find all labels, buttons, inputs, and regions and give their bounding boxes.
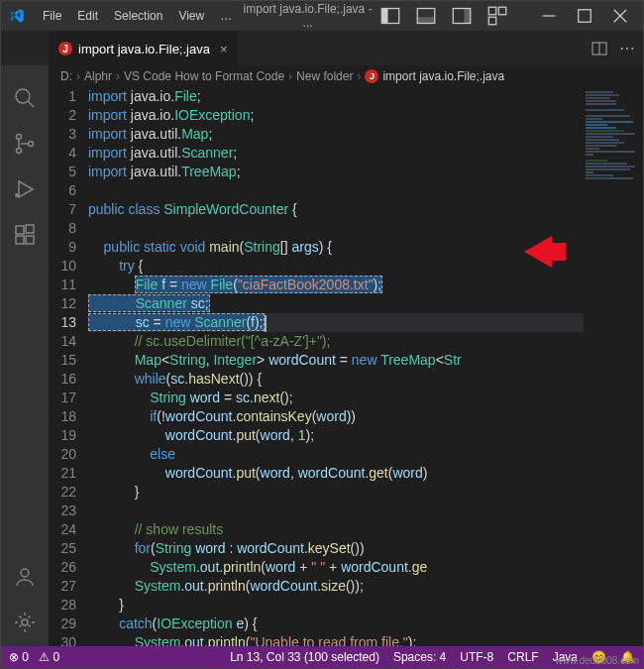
java-file-icon: J (58, 42, 72, 56)
tab-bar: J import java.io.File;.java × ⋯ (1, 31, 643, 65)
layout-left-icon[interactable] (376, 6, 405, 26)
svg-rect-21 (26, 236, 34, 244)
crumb[interactable]: New folder (296, 69, 353, 83)
svg-point-23 (21, 569, 29, 577)
menu-edit[interactable]: Edit (69, 5, 106, 27)
svg-point-16 (17, 149, 22, 154)
menu-file[interactable]: File (35, 5, 69, 27)
svg-line-14 (28, 101, 34, 107)
title-bar: File Edit Selection View … import java.i… (1, 1, 643, 31)
extensions-icon[interactable] (13, 223, 37, 247)
window-title: import java.io.File;.java - ... (240, 2, 376, 30)
editor[interactable]: 1234567891011121314151617181920212223242… (49, 87, 643, 646)
svg-rect-3 (417, 17, 435, 23)
vscode-logo-icon (9, 8, 25, 24)
annotation-arrow (524, 236, 552, 268)
svg-rect-19 (16, 226, 24, 234)
menu-view[interactable]: View (170, 5, 212, 27)
menu-selection[interactable]: Selection (106, 5, 170, 27)
crumb[interactable]: VS Code How to Format Code (124, 69, 284, 83)
maximize-button[interactable] (570, 6, 599, 26)
svg-rect-5 (465, 9, 471, 24)
svg-point-18 (15, 193, 19, 197)
layout-right-icon[interactable] (447, 6, 477, 26)
svg-rect-22 (26, 225, 34, 233)
activity-bar (1, 31, 49, 646)
java-file-icon: J (365, 69, 378, 83)
tab-close-icon[interactable]: × (220, 42, 228, 56)
layout-bottom-icon[interactable] (411, 6, 441, 26)
svg-rect-20 (16, 236, 24, 244)
crumb[interactable]: Alphr (84, 69, 112, 83)
status-eol[interactable]: CRLF (507, 650, 538, 664)
watermark: www.deu2008.com (556, 655, 640, 666)
svg-point-24 (22, 619, 28, 625)
status-bar: ⊗ 0 ⚠ 0 Ln 13, Col 33 (100 selected) Spa… (1, 646, 643, 668)
svg-rect-8 (488, 17, 496, 25)
status-encoding[interactable]: UTF-8 (460, 650, 493, 664)
code-area[interactable]: import java.io.File; import java.io.IOEx… (88, 87, 584, 646)
split-editor-icon[interactable] (591, 39, 607, 58)
minimap[interactable] (584, 87, 643, 646)
line-numbers: 1234567891011121314151617181920212223242… (49, 87, 88, 646)
svg-point-17 (29, 142, 34, 147)
breadcrumb[interactable]: D:› Alphr› VS Code How to Format Code› N… (1, 65, 643, 87)
svg-rect-1 (381, 9, 387, 24)
crumb[interactable]: import java.io.File;.java (382, 69, 504, 83)
svg-rect-7 (498, 7, 506, 15)
status-errors[interactable]: ⊗ 0 (9, 650, 29, 664)
svg-point-15 (17, 135, 22, 140)
editor-tab[interactable]: J import java.io.File;.java × (49, 31, 238, 65)
status-warnings[interactable]: ⚠ 0 (39, 650, 59, 664)
svg-rect-6 (488, 7, 496, 15)
crumb[interactable]: D: (60, 69, 72, 83)
menu-more[interactable]: … (212, 5, 240, 27)
more-actions-icon[interactable]: ⋯ (619, 39, 635, 58)
minimize-button[interactable] (534, 6, 564, 26)
tab-label: import java.io.File;.java (78, 42, 210, 56)
svg-rect-10 (579, 10, 591, 23)
close-button[interactable] (605, 6, 635, 26)
svg-point-13 (16, 89, 30, 103)
layout-customize-icon[interactable] (483, 6, 512, 26)
run-debug-icon[interactable] (13, 177, 37, 201)
menu-bar: File Edit Selection View … (35, 5, 240, 27)
accounts-icon[interactable] (13, 565, 37, 589)
search-icon[interactable] (13, 86, 37, 110)
status-cursor-position[interactable]: Ln 13, Col 33 (100 selected) (230, 650, 379, 664)
status-indentation[interactable]: Spaces: 4 (393, 650, 446, 664)
source-control-icon[interactable] (13, 132, 37, 156)
settings-gear-icon[interactable] (13, 611, 37, 634)
